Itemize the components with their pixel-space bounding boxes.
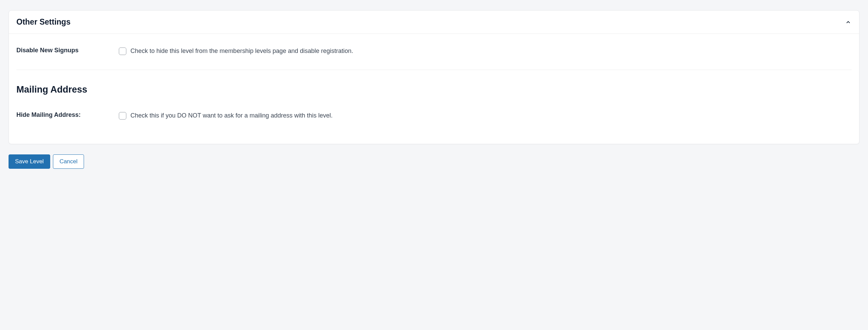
hide-mailing-description: Check this if you DO NOT want to ask for… xyxy=(130,111,333,120)
hide-mailing-checkbox[interactable] xyxy=(119,112,126,120)
disable-signups-row: Disable New Signups Check to hide this l… xyxy=(16,34,852,70)
panel-body: Disable New Signups Check to hide this l… xyxy=(9,34,859,144)
mailing-address-title: Mailing Address xyxy=(16,70,852,98)
disable-signups-checkbox[interactable] xyxy=(119,47,126,55)
hide-mailing-control: Check this if you DO NOT want to ask for… xyxy=(119,111,333,120)
cancel-button[interactable]: Cancel xyxy=(53,154,84,169)
action-buttons: Save Level Cancel xyxy=(9,154,859,169)
disable-signups-label: Disable New Signups xyxy=(16,47,119,54)
hide-mailing-label: Hide Mailing Address: xyxy=(16,111,119,119)
hide-mailing-row: Hide Mailing Address: Check this if you … xyxy=(16,98,852,134)
disable-signups-description: Check to hide this level from the member… xyxy=(130,47,353,55)
panel-title: Other Settings xyxy=(16,17,70,27)
other-settings-panel: Other Settings Disable New Signups Check… xyxy=(9,10,859,144)
panel-header[interactable]: Other Settings xyxy=(9,11,859,34)
save-button[interactable]: Save Level xyxy=(9,154,50,169)
chevron-up-icon xyxy=(845,19,852,26)
disable-signups-control: Check to hide this level from the member… xyxy=(119,47,353,55)
